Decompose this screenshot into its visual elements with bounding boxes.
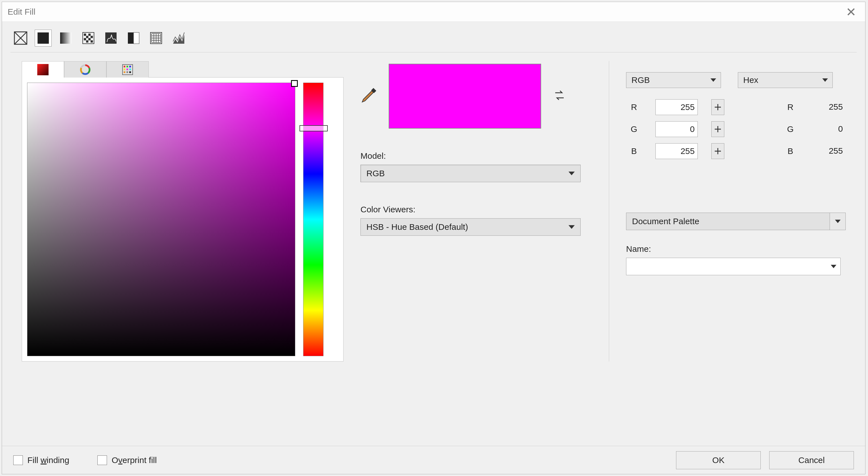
channel-r-readonly: 255 xyxy=(812,99,846,115)
name-dropdown-arrow[interactable] xyxy=(827,258,840,275)
postscript-fill-icon xyxy=(149,31,163,45)
svg-rect-4 xyxy=(84,34,86,36)
svg-rect-11 xyxy=(91,40,93,42)
sat-val-cursor[interactable] xyxy=(291,80,298,87)
viewers-group: Color Viewers: HSB - Hue Based (Default) xyxy=(361,205,592,236)
picker-tabs xyxy=(22,61,149,77)
picker-tab-palette[interactable] xyxy=(106,61,149,77)
overprint-fill-checkbox[interactable]: Overprint fill xyxy=(97,455,157,465)
chevron-down-icon xyxy=(822,78,828,82)
svg-rect-21 xyxy=(129,66,131,67)
dialog-titlebar: Edit Fill xyxy=(2,2,865,22)
eyedropper-button[interactable] xyxy=(361,87,377,106)
model-label: Model: xyxy=(361,151,592,161)
viewers-dropdown[interactable]: HSB - Hue Based (Default) xyxy=(361,218,581,236)
chevron-down-icon xyxy=(835,220,841,223)
picker-inner xyxy=(27,82,338,356)
svg-rect-8 xyxy=(84,38,86,40)
cancel-button[interactable]: Cancel xyxy=(769,451,854,469)
primary-space-value: RGB xyxy=(631,75,650,85)
swap-colors-button[interactable] xyxy=(552,88,566,104)
chevron-down-icon xyxy=(568,172,575,175)
right-column: RGB Hex R 255 R 255 G 0 G xyxy=(609,61,846,362)
palette-value: Document Palette xyxy=(632,216,699,226)
model-group: Model: RGB xyxy=(361,151,592,182)
pattern-fill-icon xyxy=(82,31,95,45)
secondary-space-value: Hex xyxy=(743,75,758,85)
svg-rect-13 xyxy=(128,32,133,44)
channel-label: R xyxy=(782,102,798,112)
palette-section: Document Palette xyxy=(626,213,846,230)
model-dropdown[interactable]: RGB xyxy=(361,165,581,182)
edit-fill-dialog: Edit Fill xyxy=(2,2,865,474)
channel-grid: R 255 R 255 G 0 G 0 B 255 B 255 xyxy=(626,99,846,159)
overprint-label: Overprint fill xyxy=(112,455,157,465)
channel-g-spinner[interactable] xyxy=(711,121,724,137)
fill-type-solid[interactable] xyxy=(35,30,52,46)
hue-slider[interactable] xyxy=(303,82,323,356)
saturation-value-field[interactable] xyxy=(27,82,295,356)
svg-rect-16 xyxy=(37,64,49,75)
swatch-tab-icon xyxy=(37,63,49,76)
model-value: RGB xyxy=(366,169,385,178)
cancel-label: Cancel xyxy=(798,455,825,465)
channel-r-spinner[interactable] xyxy=(711,99,724,115)
fill-type-postscript[interactable] xyxy=(148,30,164,46)
palette-dropdown[interactable]: Document Palette xyxy=(626,213,830,230)
hue-handle[interactable] xyxy=(300,125,328,131)
current-color-swatch xyxy=(389,64,541,129)
secondary-space-dropdown[interactable]: Hex xyxy=(738,72,833,88)
picker-tab-swatch[interactable] xyxy=(22,61,64,77)
name-input[interactable] xyxy=(626,258,841,275)
svg-rect-1 xyxy=(37,32,49,44)
name-section: Name: xyxy=(626,244,846,275)
svg-rect-10 xyxy=(86,40,88,42)
bitmap-fill-icon xyxy=(172,31,185,45)
palette-tab-icon xyxy=(121,63,134,76)
close-button[interactable] xyxy=(843,3,860,20)
channel-g-input[interactable]: 0 xyxy=(655,121,698,137)
fill-type-pattern[interactable] xyxy=(80,30,97,46)
chevron-down-icon xyxy=(568,225,575,229)
svg-rect-25 xyxy=(124,71,125,73)
svg-rect-14 xyxy=(133,32,139,44)
channel-b-spinner[interactable] xyxy=(711,143,724,159)
channel-label: B xyxy=(626,146,642,156)
svg-rect-20 xyxy=(126,66,128,67)
svg-rect-27 xyxy=(129,71,131,73)
solid-fill-icon xyxy=(36,31,50,45)
name-label: Name: xyxy=(626,244,846,254)
svg-rect-7 xyxy=(91,36,93,38)
color-picker-panel xyxy=(22,77,344,362)
separator xyxy=(10,52,857,53)
ok-label: OK xyxy=(712,455,724,465)
picker-tab-harmony[interactable] xyxy=(64,61,106,77)
eyedropper-icon xyxy=(361,87,377,104)
svg-rect-6 xyxy=(86,36,88,38)
channel-b-readonly: 255 xyxy=(812,143,846,159)
no-fill-icon xyxy=(14,31,27,45)
fill-winding-label: Fill winding xyxy=(27,455,69,465)
checkbox-box xyxy=(97,455,107,465)
fill-type-texture[interactable] xyxy=(102,30,119,46)
spinner-icon xyxy=(714,103,721,111)
fill-winding-checkbox[interactable]: Fill winding xyxy=(13,455,69,465)
ok-button[interactable]: OK xyxy=(676,451,761,469)
fill-type-toolbar xyxy=(2,22,865,52)
fill-type-two-color[interactable] xyxy=(125,30,142,46)
color-space-row: RGB Hex xyxy=(626,72,846,88)
channel-r-input[interactable]: 255 xyxy=(655,99,698,115)
palette-dropdown-arrow[interactable] xyxy=(830,213,846,230)
fill-type-none[interactable] xyxy=(12,30,29,46)
spinner-icon xyxy=(714,126,721,133)
middle-column: Model: RGB Color Viewers: HSB - Hue Base… xyxy=(361,61,592,362)
primary-space-dropdown[interactable]: RGB xyxy=(626,72,721,88)
svg-rect-24 xyxy=(129,69,131,70)
svg-rect-5 xyxy=(88,34,91,36)
texture-fill-icon xyxy=(104,31,118,45)
svg-rect-23 xyxy=(126,69,128,70)
fill-type-bitmap[interactable] xyxy=(170,30,187,46)
channel-label: G xyxy=(782,124,798,134)
channel-b-input[interactable]: 255 xyxy=(655,143,698,159)
fill-type-fountain[interactable] xyxy=(57,30,74,46)
